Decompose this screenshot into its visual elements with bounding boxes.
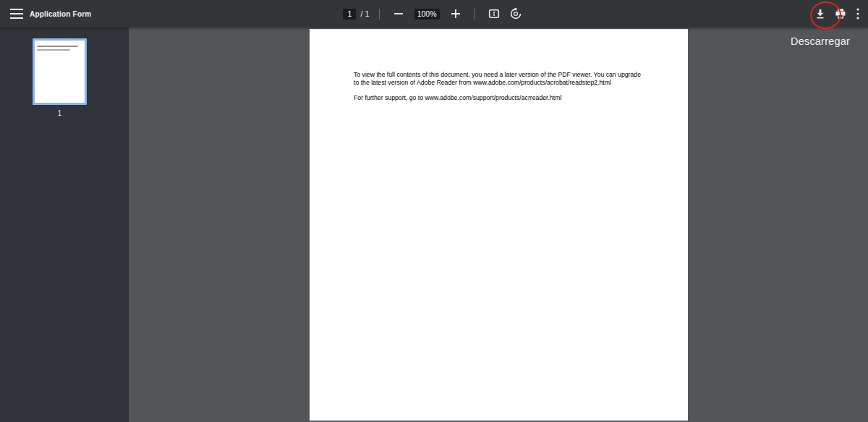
rotate-button[interactable] — [506, 4, 525, 23]
viewer-area: To view the full contents of this docume… — [129, 28, 868, 422]
pdf-toolbar: Application Form / 1 100% — [0, 0, 868, 28]
zoom-level: 100% — [414, 9, 440, 20]
thumbnail-text-line — [37, 46, 78, 47]
pdf-paragraph: For further support, go to www.adobe.com… — [354, 94, 650, 102]
plus-icon — [451, 9, 460, 18]
page-number-input[interactable] — [343, 9, 356, 20]
toolbar-left-group: Application Form — [0, 0, 91, 28]
page-thumbnail[interactable]: 1 — [33, 38, 87, 117]
toolbar-center-group: / 1 100% — [0, 0, 868, 28]
page-total-label: / 1 — [360, 9, 369, 18]
toolbar-divider — [475, 9, 475, 20]
more-options-button[interactable] — [851, 4, 864, 23]
download-icon — [814, 8, 826, 20]
download-button[interactable] — [811, 4, 830, 23]
pdf-paragraph: To view the full contents of this docume… — [354, 71, 650, 88]
menu-button[interactable] — [7, 4, 26, 23]
pdf-text-line: For further support, go to www.adobe.com… — [354, 94, 561, 101]
print-icon — [835, 8, 846, 20]
print-button[interactable] — [831, 4, 850, 23]
thumbnail-page-number: 1 — [33, 109, 87, 117]
pdf-text-line: To view the full contents of this docume… — [354, 71, 641, 78]
fit-to-page-icon — [488, 8, 500, 20]
zoom-out-button[interactable] — [389, 4, 408, 23]
pdf-viewer-app: { "toolbar": { "title": "Application For… — [0, 0, 868, 422]
pdf-text-line: to the latest version of Adobe Reader fr… — [354, 79, 611, 86]
hamburger-menu-icon — [10, 9, 23, 19]
toolbar-divider — [379, 9, 380, 20]
download-tooltip: Descarregar — [791, 35, 850, 47]
thumbnail-page-preview — [33, 38, 87, 105]
pdf-page-text: To view the full contents of this docume… — [354, 71, 650, 102]
thumbnail-sidebar: 1 — [0, 28, 129, 422]
zoom-in-button[interactable] — [446, 4, 465, 23]
minus-icon — [394, 9, 403, 18]
fit-to-page-button[interactable] — [485, 4, 503, 23]
rotate-counterclockwise-icon — [510, 8, 522, 20]
toolbar-right-group — [809, 0, 868, 28]
three-dot-menu-icon — [856, 8, 859, 20]
thumbnail-text-line — [37, 49, 70, 51]
document-title: Application Form — [30, 10, 91, 18]
pdf-page: To view the full contents of this docume… — [310, 29, 688, 421]
